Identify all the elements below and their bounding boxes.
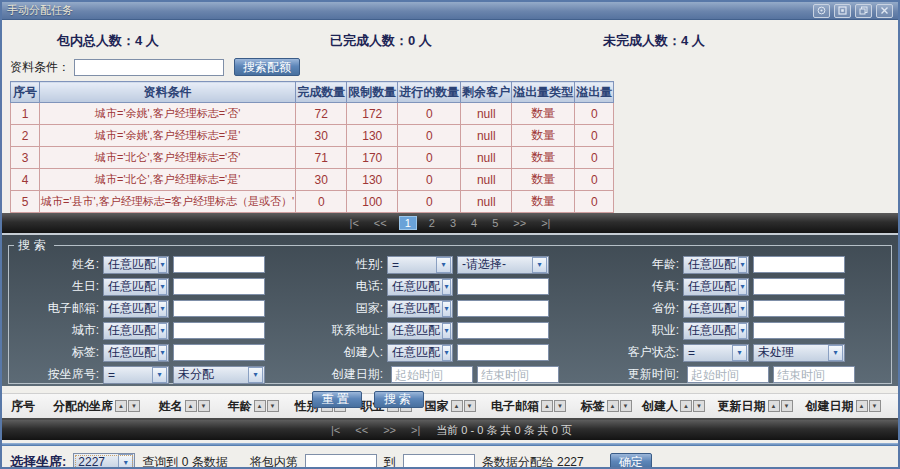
search-fieldset: 搜索 姓名:任意匹配▾生日:任意匹配▾电子邮箱:任意匹配▾城市:任意匹配▾标签:… [8, 237, 892, 384]
filter-value-input[interactable] [173, 278, 265, 295]
quota-cell: 0 [575, 103, 614, 125]
results-column-header[interactable]: 创建日期▲▼ [799, 398, 887, 415]
page-number-button[interactable]: 1 [399, 216, 417, 230]
search-field-row: 电子邮箱:任意匹配▾ [11, 298, 295, 319]
filter-op-select[interactable]: 任意匹配▾ [387, 322, 453, 340]
results-next-page-button[interactable]: >> [380, 424, 399, 436]
filter-value-input[interactable] [753, 278, 845, 295]
next-page-button[interactable]: >> [510, 217, 529, 229]
search-quota-button[interactable]: 搜索配额 [234, 58, 300, 76]
filter-op-select[interactable]: 任意匹配▾ [103, 344, 169, 362]
confirm-button[interactable]: 确定 [610, 453, 652, 469]
quota-column-header: 溢出量类型 [512, 82, 575, 103]
first-page-button[interactable]: |< [347, 217, 362, 229]
quota-header-row: 序号资料条件完成数量限制数量进行的数量剩余客户溢出量类型溢出量 [11, 82, 614, 103]
filter-value-input[interactable] [173, 256, 265, 273]
filter-op-select[interactable]: 任意匹配▾ [387, 344, 453, 362]
assign-bar: 选择坐席: 2227 ▾ 查询到 0 条数据 将包内第 到 条数据分配给 222… [2, 446, 898, 469]
filter-op-select[interactable]: 任意匹配▾ [103, 256, 169, 274]
search-field-row: 客户状态:=▾未处理▾ [591, 342, 887, 363]
filter-op-select[interactable]: 任意匹配▾ [683, 300, 749, 318]
filter-op-select[interactable]: 任意匹配▾ [103, 278, 169, 296]
range-prefix-label: 将包内第 [250, 454, 298, 469]
search-legend: 搜索 [14, 237, 54, 254]
filter-value-input[interactable] [457, 322, 549, 339]
sort-asc-icon[interactable]: ▲ [856, 400, 868, 412]
reset-button[interactable]: 重置 [312, 391, 362, 408]
filter-choice-select[interactable]: 未分配▾ [173, 366, 265, 384]
quota-filter-input[interactable] [74, 59, 224, 76]
filter-value-input[interactable] [173, 300, 265, 317]
seat-select[interactable]: 2227 ▾ [73, 453, 135, 469]
date-start-input[interactable] [687, 366, 769, 383]
search-button[interactable]: 搜索 [374, 391, 424, 408]
prev-page-button[interactable]: << [371, 217, 390, 229]
quota-cell: 0 [398, 191, 461, 213]
filter-op-select[interactable]: 任意匹配▾ [103, 300, 169, 318]
summary-row: 包内总人数：4 人 已完成人数：0 人 未完成人数：4 人 [2, 20, 898, 56]
filter-value-input[interactable] [753, 322, 845, 339]
range-middle-label: 到 [384, 454, 396, 469]
page-number-button[interactable]: 3 [447, 217, 459, 229]
chevron-down-icon: ▾ [248, 367, 263, 383]
quota-filter-label: 资料条件： [10, 59, 70, 76]
last-page-button[interactable]: >| [538, 217, 553, 229]
filter-op-select[interactable]: 任意匹配▾ [387, 278, 453, 296]
chevron-down-icon: ▾ [442, 323, 451, 339]
field-label: 创建日期: [295, 366, 387, 383]
filter-op-select[interactable]: =▾ [103, 366, 169, 384]
field-label: 电话: [295, 278, 387, 295]
range-start-input[interactable] [305, 454, 377, 469]
filter-value-input[interactable] [457, 278, 549, 295]
results-last-page-button[interactable]: >| [408, 424, 423, 436]
quota-column-header: 进行的数量 [398, 82, 461, 103]
filter-value-input[interactable] [173, 344, 265, 361]
quota-table-body: 1城市='余姚',客户经理标志='否'721720null数量02城市='余姚'… [11, 103, 614, 213]
page-number-button[interactable]: 5 [489, 217, 501, 229]
select-value: 任意匹配 [392, 322, 440, 339]
field-label: 按坐席号: [11, 366, 103, 383]
range-end-input[interactable] [403, 454, 475, 469]
restore-icon[interactable] [855, 4, 872, 18]
close-icon[interactable] [876, 4, 893, 18]
search-field-row: 职业:任意匹配▾ [591, 320, 887, 341]
filter-op-select[interactable]: 任意匹配▾ [683, 322, 749, 340]
quota-cell: 城市='余姚',客户经理标志='否' [40, 103, 296, 125]
chevron-down-icon: ▾ [442, 279, 451, 295]
results-pager-status: 当前 0 - 0 条 共 0 条 共 0 页 [436, 423, 572, 438]
chevron-down-icon: ▾ [732, 345, 747, 361]
filter-op-select[interactable]: =▾ [683, 344, 749, 362]
filter-value-input[interactable] [753, 256, 845, 273]
filter-choice-select[interactable]: 未处理▾ [753, 344, 845, 362]
title-bar: 手动分配任务 [2, 2, 898, 20]
results-prev-page-button[interactable]: << [352, 424, 371, 436]
page-number-button[interactable]: 2 [426, 217, 438, 229]
filter-choice-select[interactable]: -请选择-▾ [457, 256, 549, 274]
filter-op-select[interactable]: 任意匹配▾ [387, 300, 453, 318]
field-label: 职业: [591, 322, 683, 339]
select-value: 任意匹配 [108, 344, 156, 361]
chevron-down-icon: ▾ [158, 279, 167, 295]
filter-op-select[interactable]: 任意匹配▾ [683, 278, 749, 296]
date-end-input[interactable] [477, 366, 559, 383]
sort-desc-icon[interactable]: ▼ [869, 400, 881, 412]
filter-value-input[interactable] [753, 300, 845, 317]
record-icon[interactable] [813, 4, 830, 18]
search-field-row: 生日:任意匹配▾ [11, 276, 295, 297]
results-first-page-button[interactable]: |< [328, 424, 343, 436]
maximize-icon[interactable] [834, 4, 851, 18]
results-pager: |< << >> >| 当前 0 - 0 条 共 0 条 共 0 页 [2, 420, 898, 440]
quota-cell: 5 [11, 191, 40, 213]
chevron-down-icon: ▾ [738, 301, 747, 317]
filter-op-select[interactable]: 任意匹配▾ [683, 256, 749, 274]
date-end-input[interactable] [773, 366, 855, 383]
date-start-input[interactable] [391, 366, 473, 383]
select-value: 任意匹配 [108, 278, 156, 295]
filter-value-input[interactable] [457, 300, 549, 317]
page-number-button[interactable]: 4 [468, 217, 480, 229]
filter-value-input[interactable] [173, 322, 265, 339]
filter-op-select[interactable]: 任意匹配▾ [103, 322, 169, 340]
filter-value-input[interactable] [457, 344, 549, 361]
select-value: 任意匹配 [392, 300, 440, 317]
filter-op-select[interactable]: =▾ [387, 256, 453, 274]
